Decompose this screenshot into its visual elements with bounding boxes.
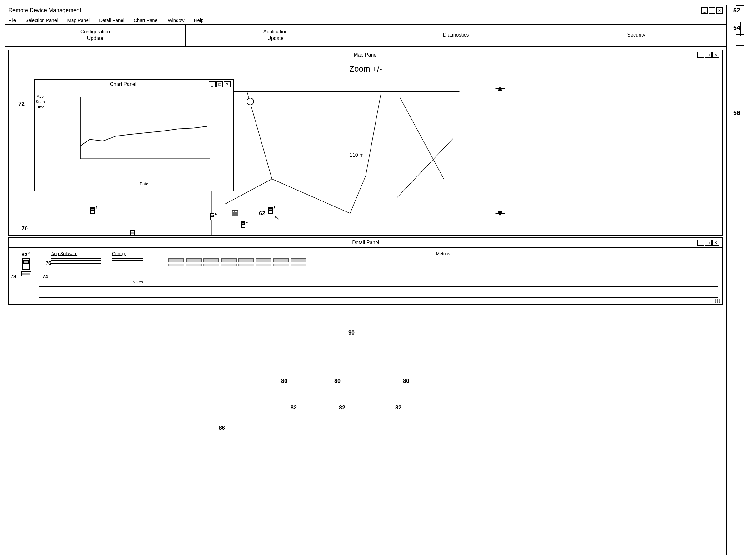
chart-maximize-button[interactable]: □: [216, 81, 223, 87]
config-header: Config.: [112, 251, 144, 256]
minimize-button[interactable]: _: [701, 7, 708, 14]
label-78: 78: [10, 274, 16, 279]
diagnostics-button[interactable]: Diagnostics: [366, 25, 546, 46]
label-52: 52: [733, 7, 740, 14]
node-circle: [247, 98, 254, 105]
menu-map-panel[interactable]: Map Panel: [67, 18, 90, 23]
detail-top: 62 3 76 78: [14, 251, 718, 276]
app-software-header: App Software: [51, 251, 101, 256]
metric-sub-bar-6: [256, 264, 272, 266]
label-54: 54: [733, 24, 740, 31]
metric-bar-1: [169, 258, 184, 262]
label-70: 70: [22, 225, 28, 232]
metric-bar-2: [186, 258, 202, 262]
menu-file[interactable]: File: [8, 18, 16, 23]
stacked-device: [232, 210, 238, 216]
chart-x-label: Date: [140, 182, 148, 186]
chart-panel: Chart Panel _ □ ✕ Ave Scan Time: [34, 79, 234, 191]
label-82-b: 82: [339, 404, 345, 411]
menu-help[interactable]: Help: [194, 18, 204, 23]
measurement-label: 110 m: [350, 153, 363, 158]
title-bar: Remote Device Management _ □ ✕: [5, 5, 726, 16]
detail-device-num-label: 62: [22, 252, 27, 257]
detail-panel-title-bar: _□✕ Detail Panel _ □ ✕: [9, 238, 722, 248]
chart-body: Ave Scan Time Date: [35, 89, 233, 189]
metric-sub-bar-5: [238, 264, 254, 266]
map-content: Zoom +/-: [9, 60, 722, 235]
label-72: 72: [19, 101, 25, 107]
label-80-c: 80: [403, 378, 409, 384]
label-74: 74: [43, 274, 48, 279]
detail-panel-controls: _ □ ✕: [697, 240, 719, 246]
label-80-a: 80: [281, 378, 287, 384]
svg-line-5: [350, 176, 366, 213]
detail-device: 62 3 76 78: [14, 251, 39, 276]
notes-section: Notes: [39, 279, 718, 298]
metric-bar-8: [291, 258, 307, 262]
menu-selection-panel[interactable]: Selection Panel: [25, 18, 58, 23]
map-maximize-button[interactable]: □: [705, 52, 712, 58]
svg-marker-12: [498, 86, 503, 91]
detail-close-button[interactable]: ✕: [712, 240, 719, 246]
close-button[interactable]: ✕: [716, 7, 723, 14]
label-82-c: 82: [395, 404, 402, 411]
map-minimize-button[interactable]: _: [697, 52, 704, 58]
zoom-label: Zoom +/-: [349, 64, 382, 74]
svg-line-7: [397, 138, 453, 198]
label-56: 56: [733, 109, 740, 116]
resize-handle[interactable]: [715, 299, 720, 303]
device-6[interactable]: 6: [210, 213, 214, 220]
metric-sub-bar-3: [203, 264, 219, 266]
map-panel-title-bar: _□✕ Map Panel _ □ ✕: [9, 50, 722, 60]
metric-sub-bar-8: [291, 264, 307, 266]
device-8[interactable]: 8: [268, 207, 273, 214]
chart-panel-controls: _ □ ✕: [209, 81, 231, 87]
metric-bar-7: [273, 258, 289, 262]
metric-sub-bar-4: [221, 264, 236, 266]
label-62-map: 62: [259, 210, 265, 217]
chart-minimize-button[interactable]: _: [209, 81, 215, 87]
chart-svg: [54, 94, 230, 172]
label-90: 90: [349, 329, 355, 336]
config-update-button[interactable]: ConfigurationUpdate: [5, 25, 186, 46]
chart-close-button[interactable]: ✕: [224, 81, 231, 87]
device-3[interactable]: 3: [241, 221, 245, 228]
label-86: 86: [219, 425, 225, 431]
metric-sub-bar-7: [273, 264, 289, 266]
menu-window[interactable]: Window: [168, 18, 184, 23]
chart-panel-title: Chart Panel: [37, 81, 209, 87]
menu-chart-panel[interactable]: Chart Panel: [134, 18, 158, 23]
metric-bar-5: [238, 258, 254, 262]
label-80-b: 80: [334, 378, 340, 384]
map-panel-controls: _ □ ✕: [697, 52, 719, 58]
metric-bar-6: [256, 258, 272, 262]
notes-label: Notes: [132, 279, 718, 284]
app-software-col: App Software: [51, 251, 101, 265]
app-update-button[interactable]: ApplicationUpdate: [186, 25, 366, 46]
svg-marker-13: [498, 211, 503, 216]
map-panel: _□✕ Map Panel _ □ ✕ Zoom +/-: [8, 50, 723, 236]
menu-bar: File Selection Panel Map Panel Detail Pa…: [5, 16, 726, 25]
config-col: Config.: [112, 251, 144, 263]
svg-line-8: [400, 98, 444, 179]
device-2[interactable]: 2: [90, 207, 95, 214]
chart-panel-title-bar: Chart Panel _ □ ✕: [35, 80, 233, 89]
cursor-icon: ↖: [274, 213, 280, 221]
detail-minimize-button[interactable]: _: [697, 240, 704, 246]
map-close-button[interactable]: ✕: [712, 52, 719, 58]
maximize-button[interactable]: □: [709, 7, 716, 14]
metric-bar-3: [203, 258, 219, 262]
svg-line-4: [272, 179, 350, 213]
label-82-a: 82: [290, 404, 297, 411]
detail-maximize-button[interactable]: □: [705, 240, 712, 246]
detail-content: 62 3 76 78: [9, 248, 722, 304]
detail-panel: _□✕ Detail Panel _ □ ✕ 62 3: [8, 237, 723, 305]
metrics-section: Metrics: [169, 251, 718, 266]
label-76: 76: [46, 261, 51, 266]
map-panel-title: Map Panel: [34, 52, 697, 58]
device-5[interactable]: 5: [130, 231, 135, 235]
security-button[interactable]: Security: [546, 25, 726, 46]
menu-detail-panel[interactable]: Detail Panel: [99, 18, 124, 23]
metric-bar-4: [221, 258, 236, 262]
detail-panel-title: Detail Panel: [34, 240, 697, 245]
